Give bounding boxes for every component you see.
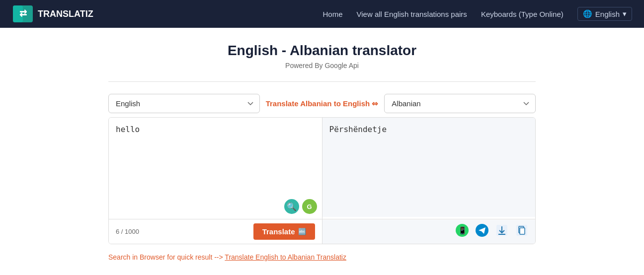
main-content: English - Albanian translator Powered By… — [98, 28, 546, 271]
spell-icon: 🔍 — [287, 202, 297, 211]
output-bottom-bar: 📱 — [322, 220, 536, 244]
translate-button[interactable]: Translate 🔤 — [253, 223, 315, 240]
whatsapp-button[interactable]: 📱 — [456, 224, 469, 240]
swap-button[interactable]: Translate Albanian to English ⇔ — [266, 99, 379, 108]
chevron-down-icon: ▾ — [623, 9, 627, 18]
nav-lang-label: English — [595, 10, 620, 18]
nav-links: Home View all English translations pairs… — [323, 7, 632, 21]
translate-button-label: Translate — [262, 227, 295, 236]
search-tip-prefix: Search in Browser for quick result --> — [108, 253, 223, 261]
source-language-select[interactable]: English Albanian French — [108, 94, 260, 113]
home-link[interactable]: Home — [323, 10, 343, 18]
spell-check-button[interactable]: 🔍 — [284, 199, 299, 214]
logo-icon: ⇄ — [12, 4, 34, 23]
logo[interactable]: ⇄ TRANSLATIZ — [12, 4, 93, 23]
svg-text:⇄: ⇄ — [19, 8, 27, 18]
translate-icon: 🔤 — [298, 228, 306, 235]
svg-rect-12 — [520, 228, 525, 234]
divider — [108, 81, 536, 82]
page-subtitle: Powered By Google Api — [108, 62, 536, 69]
keyboards-link[interactable]: Keyboards (Type Online) — [481, 10, 564, 18]
bottom-row: 6 / 1000 Translate 🔤 📱 — [109, 219, 535, 244]
translation-container: hello 🔍 G Përshëndetje 6 / 1000 — [108, 117, 536, 244]
target-textarea: Përshëndetje — [322, 118, 536, 217]
input-panel: hello 🔍 G — [109, 118, 322, 219]
language-selector[interactable]: 🌐 English ▾ — [577, 7, 632, 21]
search-tip: Search in Browser for quick result --> T… — [108, 253, 536, 261]
whatsapp-icon: 📱 — [456, 224, 469, 237]
download-icon — [495, 224, 508, 237]
svg-text:📱: 📱 — [458, 226, 467, 235]
globe-icon: 🌐 — [583, 9, 592, 18]
telegram-button[interactable] — [476, 224, 488, 240]
target-language-select[interactable]: Albanian English French — [384, 94, 536, 113]
navbar: ⇄ TRANSLATIZ Home View all English trans… — [0, 0, 644, 28]
translator-controls: English Albanian French Translate Albani… — [108, 94, 536, 113]
copy-icon — [515, 224, 528, 237]
input-bottom-bar: 6 / 1000 Translate 🔤 — [109, 219, 322, 244]
char-count: 6 / 1000 — [116, 228, 139, 235]
search-tip-link[interactable]: Translate English to Albanian Translatiz — [225, 253, 346, 261]
logo-text: TRANSLATIZ — [38, 9, 93, 19]
text-areas-row: hello 🔍 G Përshëndetje — [109, 118, 535, 219]
telegram-icon — [476, 224, 488, 237]
output-panel: Përshëndetje — [322, 118, 536, 219]
grammarly-icon: G — [307, 203, 312, 210]
copy-button[interactable] — [515, 224, 528, 240]
download-button[interactable] — [495, 224, 508, 240]
translations-link[interactable]: View all English translations pairs — [357, 10, 467, 18]
page-title: English - Albanian translator — [108, 43, 536, 59]
input-action-icons: 🔍 G — [284, 199, 317, 214]
grammarly-button[interactable]: G — [302, 199, 317, 214]
